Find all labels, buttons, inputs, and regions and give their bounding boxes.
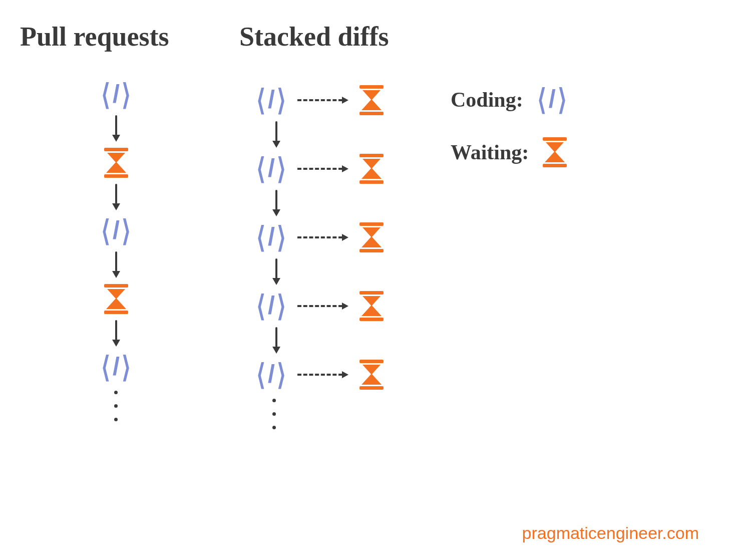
code-icon: ⟨/⟩ (536, 85, 568, 114)
code-icon: ⟨/⟩ (255, 223, 287, 252)
hourglass-icon (358, 154, 385, 184)
arrow-down-icon (112, 115, 120, 142)
legend-label-waiting: Waiting: (451, 140, 529, 164)
legend-row-coding: Coding: ⟨/⟩ (451, 85, 568, 114)
hourglass-icon (103, 148, 129, 178)
stacked-step: ⟨/⟩ (255, 222, 385, 252)
hourglass-icon (358, 222, 385, 252)
legend-label-coding: Coding: (451, 88, 523, 112)
heading-pull-requests: Pull requests (20, 21, 169, 52)
code-icon: ⟨/⟩ (100, 353, 132, 382)
stacked-step: ⟨/⟩ (255, 154, 385, 184)
arrow-down-icon (112, 320, 120, 347)
arrow-down-icon (112, 251, 120, 278)
code-icon: ⟨/⟩ (255, 360, 287, 389)
code-icon: ⟨/⟩ (255, 292, 287, 321)
legend-row-waiting: Waiting: (451, 137, 568, 167)
code-icon: ⟨/⟩ (255, 86, 287, 115)
hourglass-icon (358, 85, 385, 115)
code-icon: ⟨/⟩ (255, 154, 287, 183)
arrow-down-icon (272, 121, 280, 148)
ellipsis-vertical-icon (114, 391, 118, 421)
arrow-right-dashed-icon (297, 165, 348, 172)
attribution-link[interactable]: pragmaticengineer.com (522, 523, 699, 543)
code-icon: ⟨/⟩ (100, 216, 132, 245)
arrow-down-icon (272, 327, 280, 354)
hourglass-icon (542, 137, 568, 167)
legend: Coding: ⟨/⟩ Waiting: (451, 85, 568, 167)
arrow-down-icon (112, 184, 120, 210)
arrow-right-dashed-icon (297, 303, 348, 310)
column-pull-requests: ⟨/⟩ ⟨/⟩ ⟨/⟩ (100, 80, 132, 421)
code-icon: ⟨/⟩ (100, 80, 132, 109)
arrow-right-dashed-icon (297, 234, 348, 241)
arrow-right-dashed-icon (297, 371, 348, 378)
heading-stacked-diffs: Stacked diffs (239, 21, 389, 52)
arrow-down-icon (272, 190, 280, 216)
hourglass-icon (358, 291, 385, 321)
stacked-step: ⟨/⟩ (255, 291, 385, 321)
hourglass-icon (358, 360, 385, 390)
hourglass-icon (103, 284, 129, 314)
arrow-down-icon (272, 258, 280, 285)
stacked-step: ⟨/⟩ (255, 360, 385, 390)
column-stacked-diffs: ⟨/⟩ ⟨/⟩ ⟨/⟩ (255, 85, 385, 429)
ellipsis-vertical-icon (272, 399, 276, 429)
stacked-step: ⟨/⟩ (255, 85, 385, 115)
arrow-right-dashed-icon (297, 97, 348, 104)
